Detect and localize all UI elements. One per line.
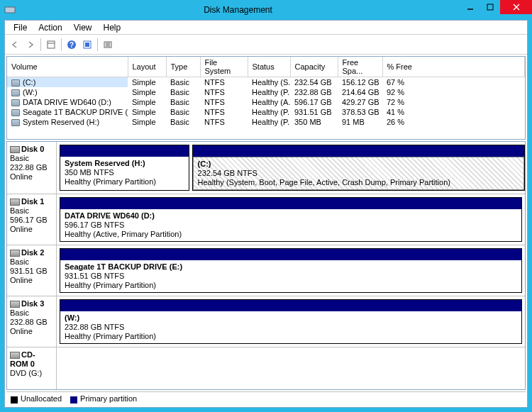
- col-type[interactable]: Type: [166, 57, 200, 77]
- disk-row: Disk 0Basic232.88 GBOnlineSystem Reserve…: [7, 142, 525, 194]
- partition-header: [60, 300, 521, 311]
- table-cell: 156.12 GB: [338, 77, 382, 88]
- partition-header: [60, 145, 189, 157]
- table-cell: 214.64 GB: [338, 87, 382, 97]
- back-button[interactable]: [8, 38, 22, 52]
- table-cell: 26 %: [382, 117, 525, 127]
- minimize-button[interactable]: [460, 0, 480, 14]
- table-row[interactable]: (C:)SimpleBasicNTFSHealthy (S...232.54 G…: [7, 77, 525, 88]
- partition[interactable]: System Reserved (H:)350 MB NTFSHealthy (…: [60, 145, 189, 191]
- disk-icon: [10, 146, 20, 153]
- table-cell: Healthy (P...: [248, 117, 290, 127]
- table-cell: Basic: [166, 107, 200, 117]
- table-cell: NTFS: [200, 87, 248, 97]
- table-cell: 72 %: [382, 97, 525, 107]
- table-cell: Simple: [128, 77, 166, 88]
- table-cell: (C:): [7, 77, 128, 88]
- disk-row: Disk 3Basic232.88 GBOnline (W:)232.88 GB…: [7, 296, 525, 347]
- menu-help[interactable]: Help: [98, 21, 127, 34]
- table-cell: Simple: [128, 117, 166, 127]
- toolbar-separator: [97, 38, 98, 51]
- volume-icon: [11, 109, 20, 116]
- col-volume[interactable]: Volume: [7, 57, 128, 77]
- table-cell: 41 %: [382, 107, 525, 117]
- table-cell: 350 MB: [290, 117, 338, 127]
- volume-table: Volume Layout Type File System Status Ca…: [7, 57, 525, 127]
- table-cell: Healthy (S...: [248, 77, 290, 88]
- table-cell: Healthy (A...: [248, 97, 290, 107]
- disk-info[interactable]: CD-ROM 0DVD (G:): [7, 347, 57, 390]
- menu-action[interactable]: Action: [33, 21, 67, 34]
- toolbar-separator: [61, 38, 62, 51]
- disk-graphical-pane[interactable]: Disk 0Basic232.88 GBOnlineSystem Reserve…: [6, 141, 526, 390]
- disk-row: Disk 1Basic596.17 GBOnlineDATA DRIVE WD6…: [7, 194, 525, 245]
- legend-primary-label: Primary partition: [80, 394, 137, 403]
- partition-body: System Reserved (H:)350 MB NTFSHealthy (…: [60, 157, 189, 190]
- table-cell: 378.53 GB: [338, 107, 382, 117]
- table-cell: System Reserved (H:): [7, 117, 128, 127]
- table-cell: 67 %: [382, 77, 525, 88]
- disk-info[interactable]: Disk 1Basic596.17 GBOnline: [7, 194, 57, 245]
- menu-file[interactable]: File: [8, 21, 33, 34]
- svg-text:?: ?: [70, 41, 74, 49]
- disk-info[interactable]: Disk 2Basic931.51 GBOnline: [7, 245, 57, 296]
- table-cell: 232.88 GB: [290, 87, 338, 97]
- forward-button[interactable]: [23, 38, 38, 52]
- volume-list-pane[interactable]: Volume Layout Type File System Status Ca…: [6, 56, 526, 140]
- col-filesystem[interactable]: File System: [200, 57, 248, 77]
- cdrom-icon: [10, 352, 20, 359]
- table-row[interactable]: System Reserved (H:)SimpleBasicNTFSHealt…: [7, 117, 525, 127]
- window-title: Disk Management: [16, 5, 460, 15]
- volume-icon: [11, 119, 20, 126]
- partition-header: [193, 145, 524, 157]
- disk-partitions: Seagate 1T BACKUP DRIVE (E:)931.51 GB NT…: [57, 245, 525, 296]
- disk-partitions: DATA DRIVE WD640 (D:)596.17 GB NTFSHealt…: [57, 194, 525, 245]
- partition-body: DATA DRIVE WD640 (D:)596.17 GB NTFSHealt…: [60, 209, 521, 241]
- legend-unallocated: Unallocated: [11, 394, 62, 403]
- table-row[interactable]: (W:)SimpleBasicNTFSHealthy (P...232.88 G…: [7, 87, 525, 97]
- legend-primary: Primary partition: [70, 394, 137, 403]
- disk-info[interactable]: Disk 3Basic232.88 GBOnline: [7, 296, 57, 347]
- col-status[interactable]: Status: [248, 57, 290, 77]
- table-cell: Simple: [128, 87, 166, 97]
- partition[interactable]: Seagate 1T BACKUP DRIVE (E:)931.51 GB NT…: [60, 248, 522, 293]
- table-row[interactable]: Seagate 1T BACKUP DRIVE (E:)SimpleBasicN…: [7, 107, 525, 117]
- col-layout[interactable]: Layout: [128, 57, 166, 77]
- titlebar: Disk Management: [0, 0, 532, 20]
- toolbar-separator: [40, 38, 41, 51]
- menu-view[interactable]: View: [68, 21, 98, 34]
- disk-partitions: (W:)232.88 GB NTFSHealthy (Primary Parti…: [57, 296, 525, 347]
- partition[interactable]: (C:)232.54 GB NTFSHealthy (System, Boot,…: [192, 145, 525, 191]
- table-cell: Simple: [128, 107, 166, 117]
- table-cell: Seagate 1T BACKUP DRIVE (E:): [7, 107, 128, 117]
- unallocated-swatch-icon: [11, 396, 18, 403]
- show-hide-button[interactable]: [44, 38, 58, 52]
- table-cell: (W:): [7, 87, 128, 97]
- col-free[interactable]: Free Spa...: [338, 57, 382, 77]
- disk-icon: [10, 199, 20, 206]
- help-button[interactable]: ?: [65, 38, 79, 52]
- table-cell: 91 MB: [338, 117, 382, 127]
- col-capacity[interactable]: Capacity: [290, 57, 338, 77]
- table-cell: Basic: [166, 87, 200, 97]
- table-cell: NTFS: [200, 77, 248, 88]
- disk-partitions: System Reserved (H:)350 MB NTFSHealthy (…: [57, 142, 525, 194]
- table-row[interactable]: DATA DRIVE WD640 (D:)SimpleBasicNTFSHeal…: [7, 97, 525, 107]
- col-pct[interactable]: % Free: [382, 57, 525, 77]
- window-body: File Action View Help ? Volume La: [4, 20, 528, 408]
- partition-body: Seagate 1T BACKUP DRIVE (E:)931.51 GB NT…: [60, 260, 521, 292]
- properties-button[interactable]: [101, 38, 115, 52]
- table-cell: Healthy (P...: [248, 107, 290, 117]
- svg-rect-5: [48, 41, 55, 48]
- close-button[interactable]: [500, 0, 532, 14]
- partition[interactable]: (W:)232.88 GB NTFSHealthy (Primary Parti…: [60, 299, 522, 344]
- maximize-button[interactable]: [480, 0, 500, 14]
- table-cell: NTFS: [200, 117, 248, 127]
- disk-row: Disk 2Basic931.51 GBOnlineSeagate 1T BAC…: [7, 245, 525, 296]
- refresh-button[interactable]: [80, 38, 94, 52]
- disk-info[interactable]: Disk 0Basic232.88 GBOnline: [7, 142, 57, 194]
- disk-row: CD-ROM 0DVD (G:): [7, 347, 525, 390]
- partition[interactable]: DATA DRIVE WD640 (D:)596.17 GB NTFSHealt…: [60, 197, 522, 242]
- volume-icon: [11, 89, 20, 96]
- table-cell: 232.54 GB: [290, 77, 338, 88]
